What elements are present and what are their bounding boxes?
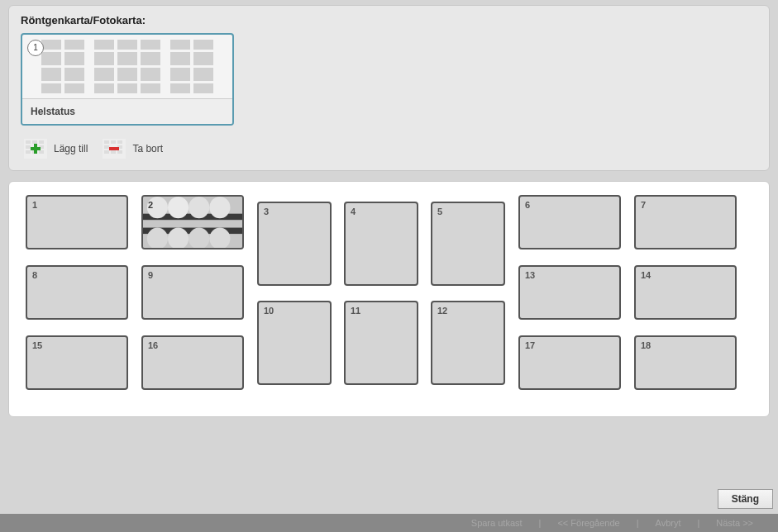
svg-rect-17	[104, 150, 109, 154]
template-badge: 1	[27, 40, 44, 56]
svg-rect-12	[104, 140, 109, 144]
svg-rect-8	[39, 150, 44, 154]
svg-rect-3	[39, 140, 44, 144]
slot-4[interactable]: 4	[344, 202, 418, 286]
svg-rect-14	[117, 140, 122, 144]
bottom-bar: Spara utkast | << Föregående | Avbryt | …	[0, 514, 778, 532]
slot-5[interactable]: 5	[431, 202, 505, 286]
slot-16[interactable]: 16	[141, 335, 244, 390]
slot-1[interactable]: 1	[26, 195, 128, 249]
slot-7[interactable]: 7	[634, 195, 737, 249]
add-label: Lägg till	[54, 143, 88, 154]
slot-6[interactable]: 6	[518, 195, 621, 249]
svg-rect-19	[117, 150, 122, 154]
svg-rect-10	[31, 147, 41, 150]
template-mini-grid	[27, 40, 227, 93]
svg-rect-4	[26, 145, 31, 149]
close-button[interactable]: Stäng	[718, 489, 773, 509]
xray-layout-panel: 1 2 8 9 15 16 3 4 5 10 11 12	[8, 181, 770, 417]
remove-label: Ta bort	[132, 143, 163, 154]
toolbar: Lägg till Ta bort	[24, 139, 757, 159]
plus-icon	[24, 139, 47, 159]
previous-link[interactable]: << Föregående	[557, 518, 619, 528]
svg-rect-18	[111, 150, 116, 154]
add-button[interactable]: Lägg till	[24, 139, 88, 159]
svg-rect-6	[26, 150, 31, 154]
slot-11[interactable]: 11	[344, 301, 418, 385]
slot-17[interactable]: 17	[518, 335, 621, 390]
slot-2[interactable]: 2	[141, 195, 244, 249]
svg-point-26	[189, 197, 209, 218]
cancel-link[interactable]: Avbryt	[656, 518, 681, 528]
template-label: Helstatus	[22, 99, 232, 124]
svg-rect-2	[32, 140, 37, 144]
slot-15[interactable]: 15	[26, 335, 128, 390]
svg-point-25	[168, 197, 189, 218]
svg-rect-1	[26, 140, 31, 144]
slot-18[interactable]: 18	[634, 335, 737, 390]
save-draft-link[interactable]: Spara utkast	[471, 518, 523, 528]
svg-rect-15	[104, 145, 109, 149]
template-panel: Röntgenkarta/Fotokarta: 1 Helstatus Lägg…	[8, 5, 770, 171]
xray-layout: 1 2 8 9 15 16 3 4 5 10 11 12	[22, 195, 756, 401]
slot-9[interactable]: 9	[141, 265, 244, 320]
svg-rect-13	[111, 140, 116, 144]
svg-rect-20	[109, 147, 119, 150]
slot-13[interactable]: 13	[518, 265, 621, 320]
slot-8[interactable]: 8	[26, 265, 128, 320]
slot-3[interactable]: 3	[257, 202, 332, 286]
next-link[interactable]: Nästa >>	[716, 518, 753, 528]
svg-point-27	[209, 197, 230, 218]
footer: Stäng	[0, 489, 773, 509]
xray-image	[143, 197, 242, 248]
slot-10[interactable]: 10	[257, 301, 332, 385]
panel-title: Röntgenkarta/Fotokarta:	[21, 14, 757, 26]
template-card-helstatus[interactable]: 1 Helstatus	[21, 33, 234, 126]
minus-icon	[103, 139, 126, 159]
slot-12[interactable]: 12	[431, 301, 505, 385]
slot-14[interactable]: 14	[634, 265, 737, 320]
template-preview: 1	[22, 35, 232, 99]
remove-button[interactable]: Ta bort	[103, 139, 163, 159]
